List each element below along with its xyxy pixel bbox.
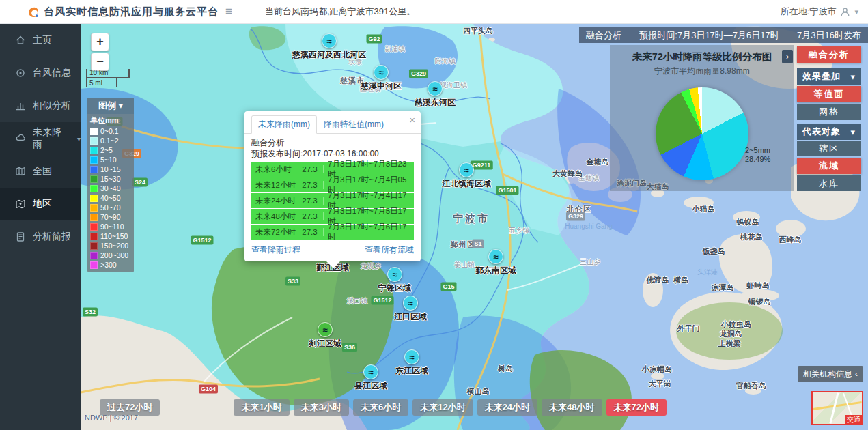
scale-km: 10 km <box>86 69 130 78</box>
minimap-toggle[interactable]: 交通 <box>811 391 863 425</box>
region-marker-label: 鄞东南区域 <box>455 265 537 276</box>
sidebar-group-future-rain: 未来降雨 ▾ 全国 地区 <box>0 122 81 220</box>
zoom-in-button[interactable]: + <box>91 33 109 51</box>
rainfall-popup: × 未来降雨(mm) 降雨特征值(mm) 融合分析 预报发布时间:2017-07… <box>244 111 421 261</box>
water-region-icon: ≈ <box>428 81 443 96</box>
user-icon[interactable] <box>840 7 850 17</box>
sidebar-item-nation[interactable]: 全国 <box>0 155 81 188</box>
sidebar-item-label: 主页 <box>33 34 52 46</box>
time-button[interactable]: 未来72小时 <box>606 399 667 416</box>
sidebar-item-label: 台风信息 <box>33 67 71 79</box>
basin-button[interactable]: 流域 <box>797 158 861 174</box>
road-badge: G15 <box>440 283 456 291</box>
pie-annotation: 2~5mm 28.49% <box>745 146 770 164</box>
tab-rain-feature[interactable]: 降雨特征值(mm) <box>317 115 391 133</box>
close-icon[interactable]: × <box>409 115 415 125</box>
rain-row-period: 未来6小时 <box>251 164 296 175</box>
rain-row-value: 27.3 <box>296 212 324 220</box>
region-marker[interactable]: ≈县江区域 <box>330 364 412 392</box>
sidebar-item-future-rain[interactable]: 未来降雨 ▾ <box>0 122 81 155</box>
grid-button[interactable]: 网格 <box>797 104 861 120</box>
region-map-icon <box>15 199 26 210</box>
legend-item: 50~70 <box>87 203 134 212</box>
region-marker-label: 县江区域 <box>330 380 412 392</box>
rain-row-period: 未来48小时 <box>251 212 296 222</box>
isosurface-button[interactable]: 等值面 <box>797 86 861 102</box>
legend-item-label: 0.1~2 <box>100 137 119 145</box>
pie-chart-subtitle: 宁波市平均面雨量8.98mm <box>610 66 794 77</box>
sidebar-item-label: 相似分析 <box>33 100 71 112</box>
legend-item: 5~10 <box>87 155 134 164</box>
road-badge: S33 <box>285 277 300 286</box>
time-button[interactable]: 未来1小时 <box>234 399 289 416</box>
represent-object-header[interactable]: 代表对象 ▾ <box>797 124 861 140</box>
sidebar-item-analysis-report[interactable]: 分析简报 <box>0 220 81 253</box>
legend-item-label: 2~5 <box>100 146 113 154</box>
sidebar-item-similar-analysis[interactable]: 相似分析 <box>0 89 81 122</box>
region-marker[interactable]: ≈剡江区域 <box>284 322 366 349</box>
time-button[interactable]: 未来12小时 <box>412 399 473 416</box>
water-region-icon: ≈ <box>403 296 418 311</box>
map-area[interactable]: 四平头岛坎墩新浦镇附海镇观海卫镇桥头镇匡堰镇慈溪市金塘岛金塘镇大黄蜂岛涂泥门岛大… <box>81 24 868 430</box>
legend-header[interactable]: 图例 ▾ <box>87 98 134 114</box>
chevron-left-icon: ‹ <box>855 369 858 379</box>
region-marker[interactable]: ≈江北镇海区域 <box>425 162 507 190</box>
region-marker-label: 宁锋区域 <box>354 283 436 294</box>
legend-color-swatch <box>90 156 98 164</box>
rain-level-pie-chart[interactable] <box>656 87 748 180</box>
sidebar-item-home[interactable]: 主页 <box>0 24 81 57</box>
reservoir-button[interactable]: 水库 <box>797 175 861 191</box>
legend-item-label: 90~110 <box>100 223 124 231</box>
legend-item: 10~15 <box>87 164 134 174</box>
legend-color-swatch <box>90 147 98 154</box>
tab-future-rain[interactable]: 未来降雨(mm) <box>251 115 317 134</box>
sidebar-item-label: 未来降雨 <box>33 126 69 151</box>
panel-expand-button[interactable]: › <box>782 50 793 63</box>
hamburger-icon[interactable]: ≡ <box>225 5 232 18</box>
related-institutions-button[interactable]: 相关机构信息 ‹ <box>798 366 863 382</box>
region-marker[interactable]: ≈慈溪西河及西北河区 <box>288 33 370 61</box>
view-all-basins-link[interactable]: 查看所有流域 <box>365 244 414 256</box>
region-marker[interactable]: ≈宁锋区域 <box>354 267 436 294</box>
legend-color-swatch <box>90 214 98 221</box>
legend-color-swatch <box>90 185 98 192</box>
legend-item-label: >300 <box>100 261 117 269</box>
legend-color-swatch <box>90 233 98 240</box>
zoom-out-button[interactable]: − <box>91 53 109 71</box>
rain-row-period: 未来24小时 <box>251 196 296 206</box>
chevron-down-icon: ▾ <box>850 72 856 82</box>
sidebar: 主页 台风信息 相似分析 未来降雨 ▾ 全国 地区 分析简报 <box>0 24 81 430</box>
map-scale: 10 km 5 mi <box>86 69 130 87</box>
effect-overlay-label: 效果叠加 <box>802 70 841 83</box>
legend-item: 40~50 <box>87 193 134 203</box>
location-label: 所在地:宁波市 <box>781 5 837 18</box>
region-marker-label: 慈溪西河及西北河区 <box>288 49 370 61</box>
forecast-info-bar: 融合分析 预报时间:7月3日17时—7月6日17时 7月3日16时发布 <box>579 27 868 43</box>
chevron-down-icon[interactable]: ▾ <box>854 8 858 16</box>
bar-chart-icon <box>15 100 26 111</box>
water-region-icon: ≈ <box>374 65 389 80</box>
popup-tabs: 未来降雨(mm) 降雨特征值(mm) <box>244 111 421 134</box>
water-region-icon: ≈ <box>404 349 419 364</box>
minimap-road <box>829 392 839 423</box>
fusion-analysis-button[interactable]: 融合分析 <box>797 46 861 63</box>
region-marker[interactable]: ≈慈溪东河区 <box>394 81 476 109</box>
region-marker[interactable]: ≈江口区域 <box>369 296 451 323</box>
sidebar-item-region[interactable]: 地区 <box>0 188 81 220</box>
district-button[interactable]: 辖区 <box>797 141 861 156</box>
view-rain-process-link[interactable]: 查看降雨过程 <box>251 244 300 256</box>
sidebar-item-typhoon-info[interactable]: 台风信息 <box>0 57 81 89</box>
rain-row-period: 未来72小时 <box>251 227 296 238</box>
legend-item-label: 70~90 <box>100 213 121 221</box>
time-button[interactable]: 未来24小时 <box>477 399 537 416</box>
time-button[interactable]: 未来6小时 <box>353 399 408 416</box>
legend-item: 110~150 <box>87 231 134 241</box>
legend-item: 200~300 <box>87 250 134 260</box>
region-marker[interactable]: ≈鄞东南区域 <box>455 249 537 276</box>
legend-color-swatch <box>90 128 98 135</box>
legend-color-swatch <box>90 175 98 183</box>
time-button[interactable]: 未来48小时 <box>542 399 602 416</box>
water-region-icon: ≈ <box>387 267 402 282</box>
effect-overlay-header[interactable]: 效果叠加 ▾ <box>797 68 861 85</box>
time-button[interactable]: 未来3小时 <box>294 399 349 416</box>
